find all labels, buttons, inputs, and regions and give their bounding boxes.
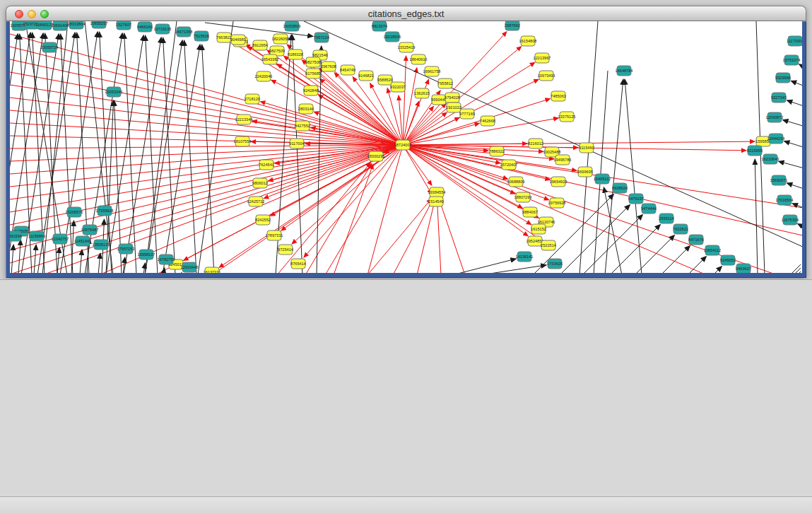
network-window-titlebar[interactable]: citations_edges.txt [6,6,806,21]
graph-node-label: 12213344 [235,117,253,122]
graph-edge [403,145,707,273]
graph-node-label: 8454749 [340,68,355,72]
graph-node-label: 16405112 [594,177,611,181]
graph-node-label: 10654112 [704,248,721,252]
graph-node-label: 17957253 [117,247,135,251]
graph-node-label: 9474444 [641,206,657,211]
graph-edge [403,145,549,200]
graph-node-label: 1362615 [414,91,430,95]
graph-node-label: 10975487 [81,228,99,232]
graph-edge [797,271,801,273]
graph-node-label: 7462668 [480,119,495,123]
graph-node-label: 1733426 [547,262,563,266]
graph-edge [787,183,802,192]
graph-node-label: 2935114 [659,216,673,221]
status-bar: Memory: OK [0,496,812,514]
graph-edge [779,161,802,170]
graph-node-label: 9146821 [358,74,374,78]
graph-node-label: 7632621 [673,227,688,231]
graph-node-label: 9884067 [522,210,538,214]
graph-node-label: 9777169 [459,112,475,116]
graph-node-label: 7624541 [259,163,274,167]
graph-node-label: 18300295 [367,154,385,158]
graph-node-label: 7886322 [489,149,505,153]
graph-node-label: 13505135 [93,243,110,247]
graph-node-label: 17016504 [776,198,794,202]
graph-edge [790,264,801,273]
graph-node-label: 1527607 [116,23,131,27]
network-window: citations_edges.txt 18724007866012389129… [6,6,806,278]
graph-node-label: 8765414 [290,262,306,266]
graph-node-label: 1514549 [428,199,444,204]
graph-node-label: 18724007 [394,143,412,147]
graph-node-label: 10973493 [538,74,555,78]
graph-node-label: 7955812 [437,81,453,86]
graph-node-label: 18313804 [68,22,86,26]
graph-edge [10,145,403,148]
graph-node-label: 7663822 [216,35,232,40]
network-canvas[interactable]: 1872400786601238912954182260589827509165… [10,21,802,273]
graph-node-label: 7515526 [194,34,209,38]
graph-edge [18,240,20,273]
graph-node-label: 17897331 [266,233,283,238]
graph-node-label: 16958107 [138,252,155,257]
graph-node-label: 8813074 [372,24,387,28]
graph-node-label: 9463627 [736,267,751,271]
graph-node-label: 8242552 [255,218,271,222]
graph-node-label: 16137331 [204,270,221,273]
graph-edge [440,200,465,273]
graph-node-label: 9227343 [771,95,787,100]
graph-edge [393,200,433,273]
graph-node-label: 16154808 [519,39,537,43]
graph-node-label: 8216012 [528,141,543,146]
graph-node-label: 7485063 [551,94,566,98]
graph-edge [661,245,690,273]
graph-edge [417,201,435,273]
graph-edge [594,71,608,273]
graph-edge [367,199,431,273]
graph-edge [787,100,802,109]
graph-node-label: 6466160 [137,25,153,29]
graph-node-label: 8215955 [747,148,763,153]
graph-edge [403,99,551,145]
graph-edge [782,119,802,129]
graph-node-label: 19218506 [384,35,401,39]
graph-node-label: 13325419 [398,45,416,49]
graph-edge [34,245,36,273]
graph-node-label: 13375125 [558,115,576,119]
graph-node-label: 9322037 [390,85,406,89]
table-panel: Table Panel ✕ [0,279,812,497]
graph-edge [437,201,441,273]
graph-node-label: 8186328 [288,52,303,57]
graph-edge [403,141,755,145]
graph-node-label: 23055724 [41,45,59,49]
graph-node-label: 2687662 [505,23,520,28]
graph-node-label: 9115460 [579,146,594,150]
graph-node-label: 8391594 [10,234,22,238]
window-title: citations_edges.txt [6,8,806,19]
graph-node-label: 20053346 [105,90,123,94]
graph-node-label: 9827509 [269,49,285,53]
graph-node-label: 1921022 [446,105,461,110]
graph-node-label: 11675334 [782,218,799,222]
graph-node-label: 11451943 [74,239,91,243]
graph-node-label: 7957224 [314,35,329,40]
graph-edge [784,141,802,150]
graph-node-label: 11156869 [28,234,45,238]
graph-node-label: 15692971 [770,178,788,182]
graph-node-label: 20206576 [66,210,83,214]
graph-node-label: 19756928 [548,201,566,205]
graph-node-label: 14136141 [516,255,534,259]
graph-edge [370,83,403,145]
graph-node-label: 9588520 [377,78,393,82]
graph-node-label: 12342757 [52,237,69,241]
graph-edge [100,32,112,273]
graph-node-label: 8427552 [295,124,310,128]
graph-node-label: 16648784 [616,69,633,73]
graph-node-label: 16120746 [538,220,555,224]
graph-node-label: 6479197 [628,197,644,201]
graph-edge [10,145,403,187]
graph-node-label: 12444154 [767,136,785,141]
graph-node-label: 17359928 [96,209,114,213]
graph-node-label: 19495786 [554,158,572,162]
